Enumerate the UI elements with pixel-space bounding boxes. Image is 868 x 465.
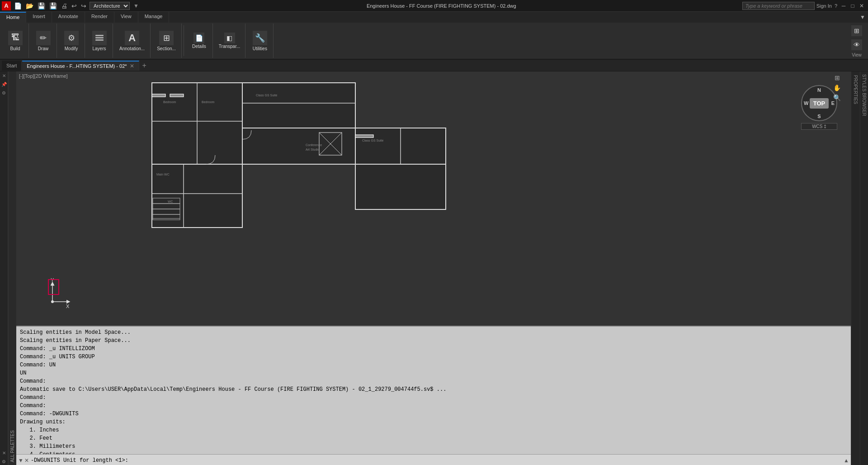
cmd-line-1: Scaling entities in Model Space... xyxy=(20,328,847,337)
view-pan-btn[interactable]: ✋ xyxy=(832,83,842,92)
main-area: ✕ 📌 ⚙ ✕ ⚙ ALL PALETTES [-][Top][2D Wiref… xyxy=(0,71,868,465)
svg-rect-17 xyxy=(355,164,446,209)
modify-label: Modify xyxy=(65,46,78,51)
compass-top-label: TOP xyxy=(810,98,829,109)
doc-tab-start[interactable]: Start xyxy=(2,61,22,71)
all-palettes-strip[interactable]: ALL PALETTES xyxy=(8,71,16,465)
utilities-button[interactable]: 🔧 Utilities xyxy=(251,30,269,52)
cmd-line-8: Automatic save to C:\Users\USER\AppData\… xyxy=(20,385,847,394)
build-button[interactable]: 🏗 Build xyxy=(6,30,24,52)
close-palette-icon[interactable]: ✕ xyxy=(2,71,6,80)
annotation-button[interactable]: A Annotation... xyxy=(118,30,146,52)
compass-south: S xyxy=(817,114,821,119)
wcs-label[interactable]: WCS ‡ xyxy=(801,123,837,130)
bottom-icon1[interactable]: ✕ xyxy=(2,449,6,457)
search-input[interactable] xyxy=(742,2,815,10)
ribbon-group-layers: Layers xyxy=(86,24,113,58)
svg-rect-1 xyxy=(95,37,104,38)
view-tools: ⊞ ✋ 🔍 xyxy=(832,73,842,102)
section-button[interactable]: ⊞ Section... xyxy=(155,30,178,52)
maximize-button[interactable]: □ xyxy=(848,1,857,10)
doc-tab-main[interactable]: Engineers House - F...HTING SYSTEM) - 02… xyxy=(22,61,139,71)
quick-access-toolbar: 📄 📂 💾 💾 🖨 ↩ ↪ xyxy=(13,2,88,10)
scroll-up-button[interactable]: ▲ xyxy=(844,457,849,464)
svg-text:Main WC: Main WC xyxy=(156,173,170,176)
redo-button[interactable]: ↪ xyxy=(80,2,88,10)
ribbon-group-draw: ✏ Draw xyxy=(30,24,57,58)
workspace-selector[interactable]: Architecture xyxy=(90,2,130,10)
ribbon-options-button[interactable]: ▼ xyxy=(860,14,865,20)
command-icons: ▼ ✕ xyxy=(18,457,29,464)
cmd-line-16: 4. Centimeters xyxy=(20,451,847,454)
annotation-label: Annotation... xyxy=(119,46,145,51)
sign-in-button[interactable]: Sign In xyxy=(816,3,832,9)
bottom-icon2[interactable]: ⚙ xyxy=(2,457,6,465)
svg-text:Art Studio: Art Studio xyxy=(306,148,320,151)
ribbon-group-utilities: 🔧 Utilities xyxy=(246,24,274,58)
ribbon: Home Insert Annotate Render View Manage … xyxy=(0,12,868,60)
title-bar: A 📄 📂 💾 💾 🖨 ↩ ↪ Architecture ▼ Engineers… xyxy=(0,0,868,12)
draw-button[interactable]: ✏ Draw xyxy=(34,30,52,52)
properties-side-label[interactable]: PROPERTIES xyxy=(852,71,859,108)
cmd-line-9: Command: xyxy=(20,394,847,402)
layers-label: Layers xyxy=(92,46,106,51)
view-zoom-btn[interactable]: 🔍 xyxy=(832,93,842,102)
build-icon: 🏗 xyxy=(8,31,23,45)
annotation-icon: A xyxy=(125,31,139,45)
tab-render[interactable]: Render xyxy=(85,12,114,23)
close-button[interactable]: ✕ xyxy=(857,1,866,10)
app-icon: A xyxy=(2,1,11,10)
view-eye-button[interactable]: 👁 xyxy=(850,38,863,51)
command-close-btn[interactable]: ✕ xyxy=(24,457,29,464)
minimize-button[interactable]: ─ xyxy=(839,1,848,10)
cmd-line-7: Command: xyxy=(20,377,847,385)
view-grid-btn[interactable]: ⊞ xyxy=(832,73,842,82)
view-eye-icon: 👁 xyxy=(851,39,862,50)
svg-text:WC: WC xyxy=(168,200,173,203)
right-controls: Sign In ? xyxy=(816,3,837,9)
right-panel: PROPERTIES xyxy=(851,71,860,465)
doc-tabs: Start Engineers House - F...HTING SYSTEM… xyxy=(0,60,868,71)
details-button[interactable]: 📄 Details xyxy=(191,32,208,50)
styles-browser-label[interactable]: STYLES BROWSER xyxy=(861,71,868,119)
tab-home[interactable]: Home xyxy=(0,12,26,23)
command-input-field[interactable] xyxy=(437,457,842,464)
section-label: Section... xyxy=(157,46,176,51)
transparency-button[interactable]: ◧ Transpar... xyxy=(217,32,241,50)
view-grid-button[interactable]: ⊞ xyxy=(850,24,863,37)
modify-button[interactable]: ⚙ Modify xyxy=(62,30,80,52)
ribbon-tabs: Home Insert Annotate Render View Manage … xyxy=(0,12,868,23)
ribbon-group-section: ⊞ Section... xyxy=(151,24,182,58)
undo-button[interactable]: ↩ xyxy=(70,2,78,10)
svg-rect-20 xyxy=(355,135,373,138)
doc-tab-main-label: Engineers House - F...HTING SYSTEM) - 02… xyxy=(27,63,127,69)
new-button[interactable]: 📄 xyxy=(13,2,23,10)
tab-annotate[interactable]: Annotate xyxy=(52,12,85,23)
styles-browser-strip: STYLES BROWSER xyxy=(860,71,868,465)
tab-view[interactable]: View xyxy=(114,12,138,23)
command-recent-btn[interactable]: ▼ xyxy=(18,457,24,464)
svg-text:Bedroom: Bedroom xyxy=(202,100,215,104)
transparency-icon: ◧ xyxy=(224,33,235,43)
open-button[interactable]: 📂 xyxy=(24,2,35,10)
help-icon[interactable]: ? xyxy=(835,3,837,9)
svg-text:Bedroom: Bedroom xyxy=(163,100,176,104)
transparency-label: Transpar... xyxy=(219,44,240,49)
layers-button[interactable]: Layers xyxy=(90,30,108,52)
save-button[interactable]: 💾 xyxy=(36,2,47,10)
viewport-label: [-][Top][2D Wireframe] xyxy=(19,73,68,79)
tab-insert[interactable]: Insert xyxy=(26,12,52,23)
pin-icon[interactable]: 📌 xyxy=(1,80,7,89)
doc-tab-add-button[interactable]: + xyxy=(140,62,149,70)
svg-text:Class GS Suite: Class GS Suite xyxy=(362,139,384,142)
print-button[interactable]: 🖨 xyxy=(60,2,69,10)
doc-tab-close[interactable]: ✕ xyxy=(130,63,134,69)
canvas-area[interactable]: [-][Top][2D Wireframe] xyxy=(16,71,851,465)
saveas-button[interactable]: 💾 xyxy=(48,2,58,10)
svg-text:Conference: Conference xyxy=(306,143,322,147)
tab-manage[interactable]: Manage xyxy=(138,12,170,23)
ribbon-content: 🏗 Build ✏ Draw ⚙ Modify xyxy=(0,23,868,59)
utilities-label: Utilities xyxy=(253,46,267,51)
settings-icon[interactable]: ⚙ xyxy=(2,89,6,97)
cmd-line-13: 1. Inches xyxy=(20,426,847,434)
